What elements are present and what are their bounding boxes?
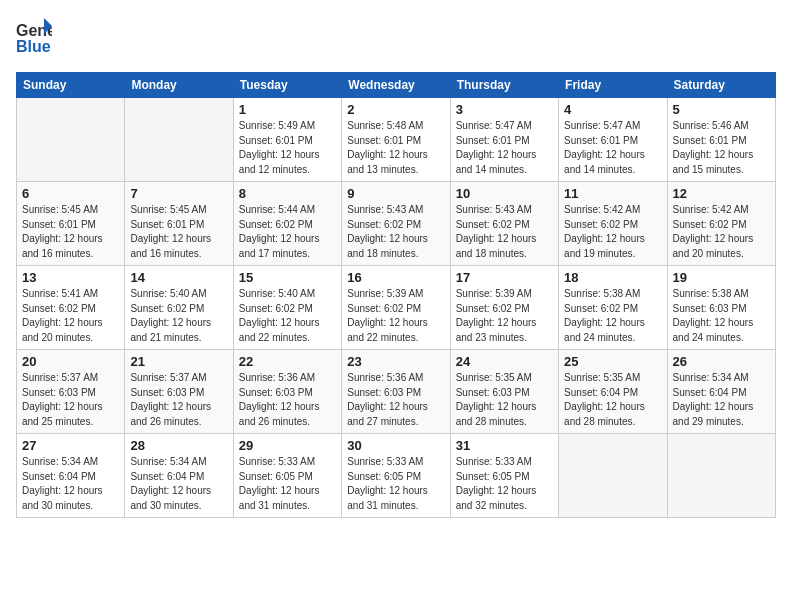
- day-number: 8: [239, 186, 336, 201]
- calendar-day-cell: 3Sunrise: 5:47 AM Sunset: 6:01 PM Daylig…: [450, 98, 558, 182]
- calendar-day-cell: [125, 98, 233, 182]
- day-info: Sunrise: 5:49 AM Sunset: 6:01 PM Dayligh…: [239, 119, 336, 177]
- day-info: Sunrise: 5:43 AM Sunset: 6:02 PM Dayligh…: [456, 203, 553, 261]
- day-number: 21: [130, 354, 227, 369]
- day-number: 29: [239, 438, 336, 453]
- day-number: 26: [673, 354, 770, 369]
- day-of-week-header: Wednesday: [342, 73, 450, 98]
- day-info: Sunrise: 5:36 AM Sunset: 6:03 PM Dayligh…: [347, 371, 444, 429]
- day-number: 25: [564, 354, 661, 369]
- day-info: Sunrise: 5:45 AM Sunset: 6:01 PM Dayligh…: [130, 203, 227, 261]
- day-info: Sunrise: 5:35 AM Sunset: 6:04 PM Dayligh…: [564, 371, 661, 429]
- day-info: Sunrise: 5:47 AM Sunset: 6:01 PM Dayligh…: [564, 119, 661, 177]
- calendar-day-cell: 9Sunrise: 5:43 AM Sunset: 6:02 PM Daylig…: [342, 182, 450, 266]
- calendar-day-cell: 1Sunrise: 5:49 AM Sunset: 6:01 PM Daylig…: [233, 98, 341, 182]
- calendar-header-row: SundayMondayTuesdayWednesdayThursdayFrid…: [17, 73, 776, 98]
- day-number: 5: [673, 102, 770, 117]
- day-number: 1: [239, 102, 336, 117]
- day-number: 30: [347, 438, 444, 453]
- day-info: Sunrise: 5:47 AM Sunset: 6:01 PM Dayligh…: [456, 119, 553, 177]
- day-info: Sunrise: 5:36 AM Sunset: 6:03 PM Dayligh…: [239, 371, 336, 429]
- calendar-day-cell: 20Sunrise: 5:37 AM Sunset: 6:03 PM Dayli…: [17, 350, 125, 434]
- day-number: 17: [456, 270, 553, 285]
- day-info: Sunrise: 5:42 AM Sunset: 6:02 PM Dayligh…: [564, 203, 661, 261]
- day-info: Sunrise: 5:37 AM Sunset: 6:03 PM Dayligh…: [22, 371, 119, 429]
- day-number: 18: [564, 270, 661, 285]
- calendar-day-cell: 10Sunrise: 5:43 AM Sunset: 6:02 PM Dayli…: [450, 182, 558, 266]
- calendar-day-cell: 24Sunrise: 5:35 AM Sunset: 6:03 PM Dayli…: [450, 350, 558, 434]
- calendar-day-cell: 25Sunrise: 5:35 AM Sunset: 6:04 PM Dayli…: [559, 350, 667, 434]
- day-of-week-header: Saturday: [667, 73, 775, 98]
- day-info: Sunrise: 5:34 AM Sunset: 6:04 PM Dayligh…: [22, 455, 119, 513]
- day-number: 12: [673, 186, 770, 201]
- day-number: 11: [564, 186, 661, 201]
- calendar-day-cell: [17, 98, 125, 182]
- day-info: Sunrise: 5:48 AM Sunset: 6:01 PM Dayligh…: [347, 119, 444, 177]
- calendar-day-cell: 2Sunrise: 5:48 AM Sunset: 6:01 PM Daylig…: [342, 98, 450, 182]
- day-number: 19: [673, 270, 770, 285]
- svg-text:Blue: Blue: [16, 38, 51, 55]
- calendar-day-cell: 4Sunrise: 5:47 AM Sunset: 6:01 PM Daylig…: [559, 98, 667, 182]
- day-number: 7: [130, 186, 227, 201]
- day-of-week-header: Tuesday: [233, 73, 341, 98]
- calendar-day-cell: 28Sunrise: 5:34 AM Sunset: 6:04 PM Dayli…: [125, 434, 233, 518]
- calendar-day-cell: 23Sunrise: 5:36 AM Sunset: 6:03 PM Dayli…: [342, 350, 450, 434]
- day-info: Sunrise: 5:40 AM Sunset: 6:02 PM Dayligh…: [130, 287, 227, 345]
- logo: General Blue: [16, 16, 52, 60]
- day-number: 28: [130, 438, 227, 453]
- day-number: 6: [22, 186, 119, 201]
- day-info: Sunrise: 5:38 AM Sunset: 6:03 PM Dayligh…: [673, 287, 770, 345]
- day-of-week-header: Sunday: [17, 73, 125, 98]
- calendar-day-cell: 8Sunrise: 5:44 AM Sunset: 6:02 PM Daylig…: [233, 182, 341, 266]
- calendar-week-row: 20Sunrise: 5:37 AM Sunset: 6:03 PM Dayli…: [17, 350, 776, 434]
- page-header: General Blue: [16, 16, 776, 60]
- calendar-day-cell: 12Sunrise: 5:42 AM Sunset: 6:02 PM Dayli…: [667, 182, 775, 266]
- calendar-day-cell: 14Sunrise: 5:40 AM Sunset: 6:02 PM Dayli…: [125, 266, 233, 350]
- day-number: 31: [456, 438, 553, 453]
- day-number: 16: [347, 270, 444, 285]
- calendar-table: SundayMondayTuesdayWednesdayThursdayFrid…: [16, 72, 776, 518]
- day-info: Sunrise: 5:38 AM Sunset: 6:02 PM Dayligh…: [564, 287, 661, 345]
- day-of-week-header: Thursday: [450, 73, 558, 98]
- calendar-day-cell: 17Sunrise: 5:39 AM Sunset: 6:02 PM Dayli…: [450, 266, 558, 350]
- day-info: Sunrise: 5:34 AM Sunset: 6:04 PM Dayligh…: [673, 371, 770, 429]
- calendar-day-cell: 13Sunrise: 5:41 AM Sunset: 6:02 PM Dayli…: [17, 266, 125, 350]
- day-info: Sunrise: 5:37 AM Sunset: 6:03 PM Dayligh…: [130, 371, 227, 429]
- day-info: Sunrise: 5:43 AM Sunset: 6:02 PM Dayligh…: [347, 203, 444, 261]
- calendar-day-cell: 21Sunrise: 5:37 AM Sunset: 6:03 PM Dayli…: [125, 350, 233, 434]
- day-info: Sunrise: 5:44 AM Sunset: 6:02 PM Dayligh…: [239, 203, 336, 261]
- calendar-day-cell: 29Sunrise: 5:33 AM Sunset: 6:05 PM Dayli…: [233, 434, 341, 518]
- day-number: 27: [22, 438, 119, 453]
- day-number: 10: [456, 186, 553, 201]
- calendar-day-cell: 15Sunrise: 5:40 AM Sunset: 6:02 PM Dayli…: [233, 266, 341, 350]
- day-info: Sunrise: 5:33 AM Sunset: 6:05 PM Dayligh…: [456, 455, 553, 513]
- calendar-day-cell: 6Sunrise: 5:45 AM Sunset: 6:01 PM Daylig…: [17, 182, 125, 266]
- calendar-day-cell: [667, 434, 775, 518]
- calendar-day-cell: 22Sunrise: 5:36 AM Sunset: 6:03 PM Dayli…: [233, 350, 341, 434]
- calendar-day-cell: 16Sunrise: 5:39 AM Sunset: 6:02 PM Dayli…: [342, 266, 450, 350]
- calendar-day-cell: 26Sunrise: 5:34 AM Sunset: 6:04 PM Dayli…: [667, 350, 775, 434]
- day-info: Sunrise: 5:45 AM Sunset: 6:01 PM Dayligh…: [22, 203, 119, 261]
- day-info: Sunrise: 5:39 AM Sunset: 6:02 PM Dayligh…: [347, 287, 444, 345]
- day-info: Sunrise: 5:41 AM Sunset: 6:02 PM Dayligh…: [22, 287, 119, 345]
- calendar-day-cell: 30Sunrise: 5:33 AM Sunset: 6:05 PM Dayli…: [342, 434, 450, 518]
- calendar-week-row: 1Sunrise: 5:49 AM Sunset: 6:01 PM Daylig…: [17, 98, 776, 182]
- day-number: 20: [22, 354, 119, 369]
- day-info: Sunrise: 5:33 AM Sunset: 6:05 PM Dayligh…: [347, 455, 444, 513]
- day-number: 2: [347, 102, 444, 117]
- calendar-day-cell: 5Sunrise: 5:46 AM Sunset: 6:01 PM Daylig…: [667, 98, 775, 182]
- day-number: 22: [239, 354, 336, 369]
- calendar-week-row: 13Sunrise: 5:41 AM Sunset: 6:02 PM Dayli…: [17, 266, 776, 350]
- calendar-week-row: 6Sunrise: 5:45 AM Sunset: 6:01 PM Daylig…: [17, 182, 776, 266]
- day-number: 3: [456, 102, 553, 117]
- calendar-day-cell: 11Sunrise: 5:42 AM Sunset: 6:02 PM Dayli…: [559, 182, 667, 266]
- calendar-day-cell: 19Sunrise: 5:38 AM Sunset: 6:03 PM Dayli…: [667, 266, 775, 350]
- day-number: 14: [130, 270, 227, 285]
- day-of-week-header: Friday: [559, 73, 667, 98]
- day-number: 24: [456, 354, 553, 369]
- calendar-week-row: 27Sunrise: 5:34 AM Sunset: 6:04 PM Dayli…: [17, 434, 776, 518]
- day-number: 13: [22, 270, 119, 285]
- calendar-day-cell: 18Sunrise: 5:38 AM Sunset: 6:02 PM Dayli…: [559, 266, 667, 350]
- day-info: Sunrise: 5:35 AM Sunset: 6:03 PM Dayligh…: [456, 371, 553, 429]
- calendar-day-cell: 7Sunrise: 5:45 AM Sunset: 6:01 PM Daylig…: [125, 182, 233, 266]
